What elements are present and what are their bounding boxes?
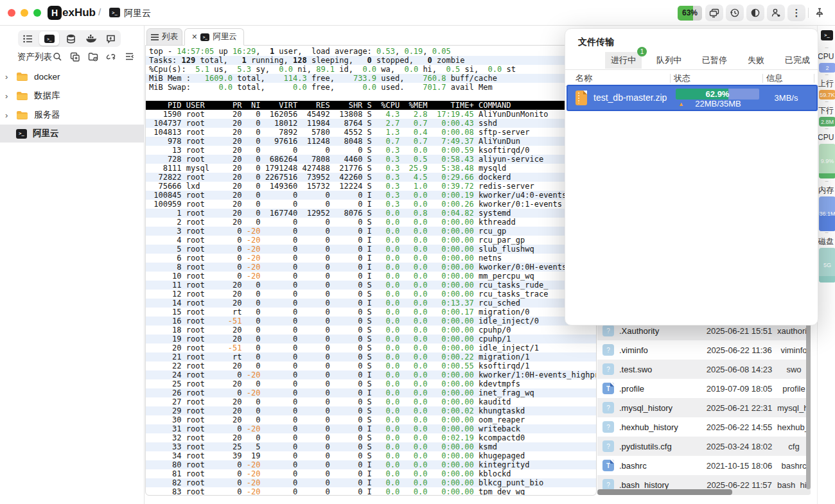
- transfer-tab-队列中[interactable]: 队列中: [651, 52, 687, 69]
- terminal-process-row: 82 root 0 -20 0 0 0 I 0.0 0.0 0:00.00 bl…: [146, 478, 596, 487]
- breadcrumb-separator: /: [98, 6, 101, 17]
- link-icon[interactable]: [105, 51, 117, 62]
- file-date: 2019-07-09 18:05: [701, 384, 777, 394]
- mode-chat-tab[interactable]: [101, 30, 121, 47]
- terminal-icon[interactable]: >_: [821, 30, 833, 40]
- sidebar-item-阿里云[interactable]: >_阿里云: [0, 125, 145, 143]
- terminal-output[interactable]: top - 14:57:05 up 16:29, 1 user, load av…: [145, 45, 597, 496]
- search-icon[interactable]: [51, 51, 63, 62]
- file-date: 2025-06-21 22:31: [701, 403, 777, 413]
- column-name: 名称: [576, 73, 592, 84]
- stat-tick: –: [818, 125, 835, 132]
- file-name: .profile: [619, 384, 701, 394]
- file-list-horizontal-scrollbar[interactable]: [597, 489, 811, 495]
- window-close-button[interactable]: [8, 9, 15, 17]
- mode-docker-tab[interactable]: [81, 30, 101, 47]
- theme-button[interactable]: [746, 4, 764, 21]
- file-row[interactable]: T.profile2019-07-09 18:05profile: [597, 379, 811, 398]
- chevron-right-icon[interactable]: [5, 91, 16, 101]
- tab-session-label: 阿里云: [213, 31, 237, 42]
- pin-button[interactable]: [812, 5, 827, 21]
- file-name: .bashrc: [619, 461, 701, 471]
- unknown-file-icon: ?: [602, 402, 614, 413]
- file-row[interactable]: ?.viminfo2025-06-22 11:36viminfo: [597, 340, 811, 360]
- mode-terminal-tab[interactable]: >_: [39, 31, 59, 46]
- stat-gauge-fill: [819, 276, 835, 282]
- terminal-process-row: 19 root 20 0 0 0 0 S 0.0 0.0 0:00.00 cpu…: [146, 335, 596, 343]
- breadcrumb-session[interactable]: 阿里云: [124, 8, 151, 19]
- stat-gauge: 9.9%: [819, 144, 835, 178]
- file-name: .Xauthority: [619, 326, 701, 336]
- file-list-vertical-scrollbar[interactable]: [806, 321, 811, 489]
- transfer-bytes: 22MB/35MB: [686, 99, 750, 109]
- terminal-process-row: 104813 root 20 0 7892 5780 4552 S 1.3 0.…: [146, 128, 596, 137]
- file-row[interactable]: ?.hexhub_history2025-06-22 14:55hexhub_h…: [597, 417, 811, 437]
- unknown-file-icon: ?: [602, 363, 614, 375]
- file-row[interactable]: ?.pydistutils.cfg2025-03-24 18:02cfg: [597, 437, 811, 456]
- transfer-tab-已暂停[interactable]: 已暂停: [696, 52, 733, 69]
- horizontal-scrollbar-thumb[interactable]: [597, 489, 732, 495]
- folder-view-icon[interactable]: [87, 51, 99, 62]
- transfer-row[interactable]: test_db-master.zip 62.9% ▲ 22MB/35MB 3MB…: [567, 85, 818, 111]
- terminal-summary-line: top - 14:57:05 up 16:29, 1 user, load av…: [146, 47, 596, 56]
- transfer-tab-已完成[interactable]: 已完成: [779, 52, 816, 69]
- sidebar-item-数据库[interactable]: 数据库: [0, 86, 145, 105]
- file-row[interactable]: ?.test.swo2025-06-08 14:23swo: [597, 360, 811, 379]
- transfer-tab-进行中[interactable]: 进行中1: [605, 52, 642, 69]
- database-icon: [66, 34, 76, 44]
- folder-icon: [16, 91, 28, 101]
- close-tab-icon[interactable]: [191, 33, 197, 41]
- file-name: .hexhub_history: [619, 422, 701, 432]
- file-row[interactable]: ?.mysql_history2025-06-21 22:31mysql_hi.…: [597, 398, 811, 417]
- terminal-icon: >_: [109, 8, 120, 17]
- file-name: .mysql_history: [619, 403, 701, 413]
- chevron-right-icon[interactable]: [5, 110, 16, 120]
- file-row[interactable]: T.bashrc2021-10-15 18:06bashrc: [597, 456, 811, 475]
- mode-database-tab[interactable]: [60, 30, 80, 47]
- terminal-process-row: 1 root 20 0 167740 12952 8076 S 0.0 0.8 …: [146, 209, 596, 218]
- server-stats-rail: >_ –CPU2–上行59.7K–下行2.8M–CPU9.9%–内存36.1M–…: [817, 26, 835, 504]
- stat-tick: –: [818, 98, 835, 105]
- terminal-process-row: 104737 root 20 0 18012 11984 8764 S 2.7 …: [146, 119, 596, 128]
- window-minimize-button[interactable]: [21, 9, 28, 17]
- stat-label: CPU: [818, 51, 835, 62]
- terminal-process-row: 16 root -51 0 0 0 0 S 0.0 0.0 0:00.00 id…: [146, 317, 596, 326]
- window-zoom-button[interactable]: [33, 9, 41, 17]
- terminal-process-row: 29 root 20 0 0 0 0 S 0.0 0.0 0:00.02 khu…: [146, 406, 596, 415]
- asset-tree: docker数据库服务器>_阿里云: [0, 67, 145, 143]
- transfer-count-badge: 1: [637, 47, 647, 56]
- history-button[interactable]: [726, 4, 744, 21]
- sidebar-item-label: 数据库: [34, 90, 60, 101]
- file-date: 2025-03-24 18:02: [701, 442, 777, 451]
- stat-内存-4: –内存36.1M: [818, 177, 835, 231]
- column-divider: [762, 74, 763, 83]
- terminal-process-row: 13 root 20 0 0 0 0 S 0.3 0.0 0:00.59 kso…: [146, 146, 596, 155]
- terminal-process-row: 5 root 0 -20 0 0 0 I 0.0 0.0 0:00.00 slu…: [146, 245, 596, 254]
- collapse-panel-icon[interactable]: [123, 51, 135, 62]
- terminal-process-row: 15 root rt 0 0 0 0 S 0.0 0.0 0:00.17 mig…: [146, 308, 596, 317]
- chat-icon: [106, 34, 116, 44]
- sidebar-item-docker[interactable]: docker: [0, 67, 145, 86]
- terminal-process-row: 10 root 0 -20 0 0 0 I 0.0 0.0 0:00.00 mm…: [146, 272, 596, 281]
- tab-session-aliyun[interactable]: >_ 阿里云: [184, 28, 244, 46]
- tab-list[interactable]: 列表: [146, 28, 182, 46]
- terminal-process-row: 1590 root 20 0 162056 45492 13808 S 4.3 …: [146, 110, 596, 119]
- add-asset-icon[interactable]: [69, 51, 81, 62]
- terminal-process-row: 25 root 20 0 0 0 0 S 0.0 0.0 0:00.00 kde…: [146, 379, 596, 388]
- transfer-tab-label: 队列中: [656, 55, 681, 65]
- transfer-percent: 62.9%: [676, 89, 759, 100]
- terminal-process-row: 6 root 0 -20 0 0 0 I 0.0 0.0 0:00.00 net…: [146, 254, 596, 263]
- sidebar-item-服务器[interactable]: 服务器: [0, 105, 145, 125]
- terminal-process-row: 18 root 20 0 0 0 0 S 0.0 0.0 0:00.00 cpu…: [146, 326, 596, 335]
- file-date: 2025-06-22 14:55: [701, 422, 777, 432]
- user-button[interactable]: [767, 4, 785, 21]
- terminal-process-row: 978 root 20 0 97616 11248 8048 S 0.7 0.7…: [146, 137, 596, 146]
- more-button[interactable]: ⋮: [787, 4, 805, 21]
- memory-usage-badge[interactable]: 63%: [678, 6, 702, 21]
- title-bar: H exHub / >_ 阿里云 63% ⋮: [0, 0, 835, 26]
- mode-list-tab[interactable]: [18, 30, 38, 47]
- screens-button[interactable]: [705, 4, 723, 21]
- chevron-right-icon[interactable]: [5, 72, 16, 82]
- stat-label: 磁盘: [818, 236, 835, 247]
- transfer-tab-失败[interactable]: 失败: [742, 52, 770, 69]
